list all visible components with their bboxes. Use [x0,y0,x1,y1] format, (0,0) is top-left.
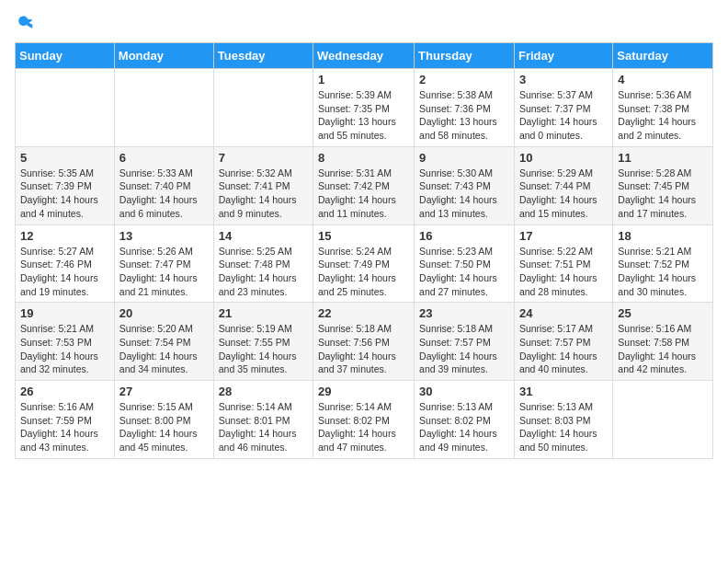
calendar-week-1: 1Sunrise: 5:39 AMSunset: 7:35 PMDaylight… [16,69,713,147]
day-number: 12 [20,229,109,243]
calendar-cell: 15Sunrise: 5:24 AMSunset: 7:49 PMDayligh… [313,224,415,303]
day-number: 27 [119,385,209,398]
day-info: Sunrise: 5:14 AMSunset: 8:01 PMDaylight:… [219,400,308,454]
day-info: Sunrise: 5:16 AMSunset: 7:59 PMDaylight:… [20,400,109,454]
calendar-cell: 21Sunrise: 5:19 AMSunset: 7:55 PMDayligh… [213,303,313,381]
day-number: 2 [419,73,509,86]
day-number: 6 [119,151,209,165]
col-header-wednesday: Wednesday [313,43,415,69]
col-header-friday: Friday [514,43,612,69]
calendar-week-2: 5Sunrise: 5:35 AMSunset: 7:39 PMDaylight… [16,146,713,224]
day-info: Sunrise: 5:15 AMSunset: 8:00 PMDaylight:… [119,400,209,454]
calendar-cell: 1Sunrise: 5:39 AMSunset: 7:35 PMDaylight… [313,69,415,147]
day-info: Sunrise: 5:25 AMSunset: 7:48 PMDaylight:… [219,245,308,299]
day-number: 11 [618,151,708,165]
calendar-cell: 7Sunrise: 5:32 AMSunset: 7:41 PMDaylight… [213,146,313,224]
day-info: Sunrise: 5:24 AMSunset: 7:49 PMDaylight:… [318,245,409,299]
calendar-cell: 16Sunrise: 5:23 AMSunset: 7:50 PMDayligh… [415,224,515,303]
calendar-cell: 17Sunrise: 5:22 AMSunset: 7:51 PMDayligh… [514,224,612,303]
calendar-week-3: 12Sunrise: 5:27 AMSunset: 7:46 PMDayligh… [16,224,713,303]
day-number: 13 [119,229,209,243]
calendar-cell: 22Sunrise: 5:18 AMSunset: 7:56 PMDayligh… [313,303,415,381]
day-info: Sunrise: 5:13 AMSunset: 8:03 PMDaylight:… [519,400,608,454]
day-info: Sunrise: 5:37 AMSunset: 7:37 PMDaylight:… [519,88,608,143]
col-header-saturday: Saturday [613,43,713,69]
calendar-cell: 5Sunrise: 5:35 AMSunset: 7:39 PMDaylight… [16,146,115,224]
day-info: Sunrise: 5:38 AMSunset: 7:36 PMDaylight:… [419,88,509,143]
day-number: 24 [519,306,608,320]
day-number: 7 [219,151,308,165]
day-number: 5 [20,151,109,165]
day-info: Sunrise: 5:36 AMSunset: 7:38 PMDaylight:… [618,88,708,143]
day-number: 17 [519,229,608,243]
day-number: 26 [20,385,109,398]
day-number: 28 [219,385,308,398]
calendar-cell: 2Sunrise: 5:38 AMSunset: 7:36 PMDaylight… [415,69,515,147]
day-number: 25 [618,306,708,320]
day-number: 4 [618,73,708,86]
day-number: 9 [419,151,509,165]
day-info: Sunrise: 5:20 AMSunset: 7:54 PMDaylight:… [119,322,209,376]
calendar-cell: 25Sunrise: 5:16 AMSunset: 7:58 PMDayligh… [613,303,713,381]
calendar-cell [213,69,313,147]
calendar-cell: 24Sunrise: 5:17 AMSunset: 7:57 PMDayligh… [514,303,612,381]
day-number: 8 [318,151,409,165]
calendar-cell [613,381,713,459]
day-info: Sunrise: 5:31 AMSunset: 7:42 PMDaylight:… [318,167,409,221]
day-number: 16 [419,229,509,243]
day-info: Sunrise: 5:19 AMSunset: 7:55 PMDaylight:… [219,322,308,376]
col-header-sunday: Sunday [16,43,115,69]
day-number: 23 [419,306,509,320]
day-info: Sunrise: 5:28 AMSunset: 7:45 PMDaylight:… [618,167,708,221]
day-number: 31 [519,385,608,398]
calendar-cell: 14Sunrise: 5:25 AMSunset: 7:48 PMDayligh… [213,224,313,303]
calendar-table: SundayMondayTuesdayWednesdayThursdayFrid… [15,42,713,459]
calendar-header: SundayMondayTuesdayWednesdayThursdayFrid… [16,43,713,69]
calendar-cell: 26Sunrise: 5:16 AMSunset: 7:59 PMDayligh… [16,381,115,459]
page-header [15,15,713,31]
calendar-cell: 6Sunrise: 5:33 AMSunset: 7:40 PMDaylight… [114,146,213,224]
calendar-cell: 23Sunrise: 5:18 AMSunset: 7:57 PMDayligh… [415,303,515,381]
calendar-cell: 13Sunrise: 5:26 AMSunset: 7:47 PMDayligh… [114,224,213,303]
logo-bird-icon [17,15,33,31]
calendar-cell: 18Sunrise: 5:21 AMSunset: 7:52 PMDayligh… [613,224,713,303]
calendar-cell: 19Sunrise: 5:21 AMSunset: 7:53 PMDayligh… [16,303,115,381]
day-number: 30 [419,385,509,398]
day-info: Sunrise: 5:21 AMSunset: 7:53 PMDaylight:… [20,322,109,376]
day-info: Sunrise: 5:30 AMSunset: 7:43 PMDaylight:… [419,167,509,221]
col-header-monday: Monday [114,43,213,69]
day-info: Sunrise: 5:23 AMSunset: 7:50 PMDaylight:… [419,245,509,299]
day-info: Sunrise: 5:26 AMSunset: 7:47 PMDaylight:… [119,245,209,299]
calendar-cell: 9Sunrise: 5:30 AMSunset: 7:43 PMDaylight… [415,146,515,224]
calendar-cell: 30Sunrise: 5:13 AMSunset: 8:02 PMDayligh… [415,381,515,459]
day-info: Sunrise: 5:39 AMSunset: 7:35 PMDaylight:… [318,88,409,143]
calendar-cell [16,69,115,147]
logo [15,15,33,31]
day-number: 14 [219,229,308,243]
calendar-cell: 10Sunrise: 5:29 AMSunset: 7:44 PMDayligh… [514,146,612,224]
day-number: 10 [519,151,608,165]
day-number: 19 [20,306,109,320]
day-number: 20 [119,306,209,320]
day-info: Sunrise: 5:21 AMSunset: 7:52 PMDaylight:… [618,245,708,299]
calendar-cell: 12Sunrise: 5:27 AMSunset: 7:46 PMDayligh… [16,224,115,303]
day-number: 15 [318,229,409,243]
day-info: Sunrise: 5:32 AMSunset: 7:41 PMDaylight:… [219,167,308,221]
day-info: Sunrise: 5:18 AMSunset: 7:56 PMDaylight:… [318,322,409,376]
day-info: Sunrise: 5:35 AMSunset: 7:39 PMDaylight:… [20,167,109,221]
day-info: Sunrise: 5:13 AMSunset: 8:02 PMDaylight:… [419,400,509,454]
calendar-cell: 4Sunrise: 5:36 AMSunset: 7:38 PMDaylight… [613,69,713,147]
calendar-cell: 27Sunrise: 5:15 AMSunset: 8:00 PMDayligh… [114,381,213,459]
day-number: 1 [318,73,409,86]
day-info: Sunrise: 5:33 AMSunset: 7:40 PMDaylight:… [119,167,209,221]
day-info: Sunrise: 5:22 AMSunset: 7:51 PMDaylight:… [519,245,608,299]
col-header-tuesday: Tuesday [213,43,313,69]
day-info: Sunrise: 5:27 AMSunset: 7:46 PMDaylight:… [20,245,109,299]
day-number: 21 [219,306,308,320]
col-header-thursday: Thursday [415,43,515,69]
calendar-cell: 8Sunrise: 5:31 AMSunset: 7:42 PMDaylight… [313,146,415,224]
day-info: Sunrise: 5:16 AMSunset: 7:58 PMDaylight:… [618,322,708,376]
day-number: 3 [519,73,608,86]
day-info: Sunrise: 5:29 AMSunset: 7:44 PMDaylight:… [519,167,608,221]
calendar-cell [114,69,213,147]
